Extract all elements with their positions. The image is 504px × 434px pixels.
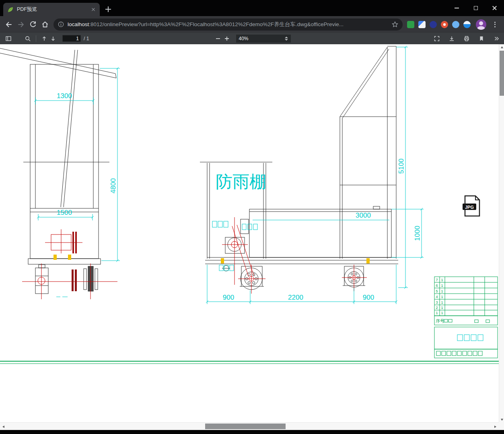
url-path: :8012/onlinePreview?url=http%3A%2F%2Floc… [89,21,344,27]
svg-text:1: 1 [441,295,443,299]
dim-5100: 5100 [397,158,405,174]
vertical-scroll-thumb[interactable] [500,51,504,96]
maximize-button[interactable] [466,0,485,16]
bookmark-star-icon[interactable] [391,21,399,28]
tab-close-icon[interactable] [90,6,97,13]
scrollbar-corner [499,422,504,430]
cad-drawing: 1300 4800 1500 [0,44,499,422]
extension-icon-6[interactable] [463,21,471,28]
extension-icon-1[interactable] [407,21,414,28]
pdf-toolbar: / 1 40% [0,33,504,44]
extensions-area [405,19,501,30]
zoom-out-icon[interactable] [214,34,222,43]
dim-2200: 2200 [288,294,303,301]
title-block [434,277,498,358]
title-block-header: 序号 [436,319,444,323]
cad-left-view-fills [53,232,77,291]
dim-3000: 3000 [356,212,371,219]
more-tools-icon[interactable] [492,34,501,43]
profile-avatar[interactable] [476,19,486,30]
svg-text:1: 1 [441,306,443,310]
sheet-border [0,361,499,364]
title-block-footer-glyphs [436,351,482,356]
browser-tab[interactable]: PDF预览 [3,3,100,16]
svg-text:7: 7 [436,278,438,282]
scroll-left-icon[interactable] [0,423,7,430]
svg-text:1: 1 [441,300,443,304]
title-block-name-glyphs [457,335,483,341]
extension-icon-3[interactable] [430,21,437,28]
site-info-icon[interactable] [58,21,64,28]
dim-1500: 1500 [57,209,72,216]
next-page-icon[interactable] [49,34,58,43]
zoom-spinner-icon [285,37,288,41]
cad-side-view [200,46,398,290]
pdf-toolbar-right [432,33,501,44]
svg-text:3: 3 [436,300,438,304]
scroll-up-icon[interactable] [499,44,504,50]
browser-window: PDF预览 localhost:8012/o [0,0,504,434]
previous-page-icon[interactable] [40,34,49,43]
extension-icon-5[interactable] [452,21,459,28]
tab-title: PDF预览 [17,6,87,13]
pdf-toolbar-left: / 1 [4,33,89,44]
toolbar-divider [36,35,36,42]
pdf-toolbar-center: 40% [214,33,291,44]
window-titlebar: PDF预览 [0,0,504,16]
url-text: localhost:8012/onlinePreview?url=http%3A… [68,21,388,28]
svg-text:1: 1 [441,278,443,282]
close-button[interactable] [485,0,504,16]
dim-1300: 1300 [57,92,72,100]
download-icon[interactable] [447,34,456,43]
dim-900-right: 900 [363,294,374,301]
svg-text:1: 1 [441,289,443,293]
window-controls [447,0,504,16]
svg-text:1: 1 [441,311,443,315]
svg-text:6: 6 [436,284,438,288]
sidebar-toggle-icon[interactable] [4,34,13,43]
dim-4800: 4800 [109,178,117,193]
pdf-page-view: 1300 4800 1500 [0,44,499,422]
bookmark-icon[interactable] [477,34,486,43]
zoom-value: 40% [239,36,249,41]
cad-left-dim-labels: 1300 4800 1500 [57,92,117,216]
zoom-select[interactable]: 40% [236,35,291,43]
svg-text:4: 4 [436,295,438,299]
jpg-file-icon: JPG [463,196,479,216]
cad-side-view-yellow [221,258,370,263]
extension-icon-4[interactable] [441,21,448,28]
scroll-down-icon[interactable] [499,417,504,422]
fullscreen-icon[interactable] [432,34,441,43]
canopy-label: 防雨棚 [216,172,266,191]
extension-icon-2[interactable] [418,21,426,28]
cad-left-dims [34,67,120,297]
title-block-text: 7 6 5 4 3 2 1 1 1 1 1 1 1 1 序号 [436,278,444,323]
window-bottom-edge [0,430,504,434]
browser-menu-icon[interactable] [492,21,498,28]
horizontal-scroll-thumb[interactable] [205,424,286,429]
forward-button[interactable] [15,19,27,31]
zoom-in-icon[interactable] [222,34,231,43]
back-button[interactable] [3,19,15,31]
search-icon[interactable] [23,34,32,43]
cad-left-view [0,48,116,294]
scroll-right-icon[interactable] [492,423,499,430]
page-number-input[interactable] [62,35,81,42]
reload-button[interactable] [27,19,39,31]
horizontal-scrollbar[interactable] [0,422,499,430]
home-button[interactable] [39,19,51,31]
dim-900-left: 900 [223,294,234,301]
dim-1000: 1000 [413,226,421,241]
vertical-scrollbar[interactable] [499,44,504,422]
svg-text:1: 1 [441,284,443,288]
svg-text:2: 2 [436,306,438,310]
minimize-button[interactable] [447,0,466,16]
address-bar[interactable]: localhost:8012/onlinePreview?url=http%3A… [53,19,403,31]
leaf-favicon-icon [7,6,14,13]
cad-side-view-red [222,217,367,294]
print-icon[interactable] [462,34,471,43]
svg-text:5: 5 [436,289,438,293]
new-tab-button[interactable] [104,5,112,13]
svg-text:1: 1 [436,311,438,315]
browser-navbar: localhost:8012/onlinePreview?url=http%3A… [0,16,504,33]
